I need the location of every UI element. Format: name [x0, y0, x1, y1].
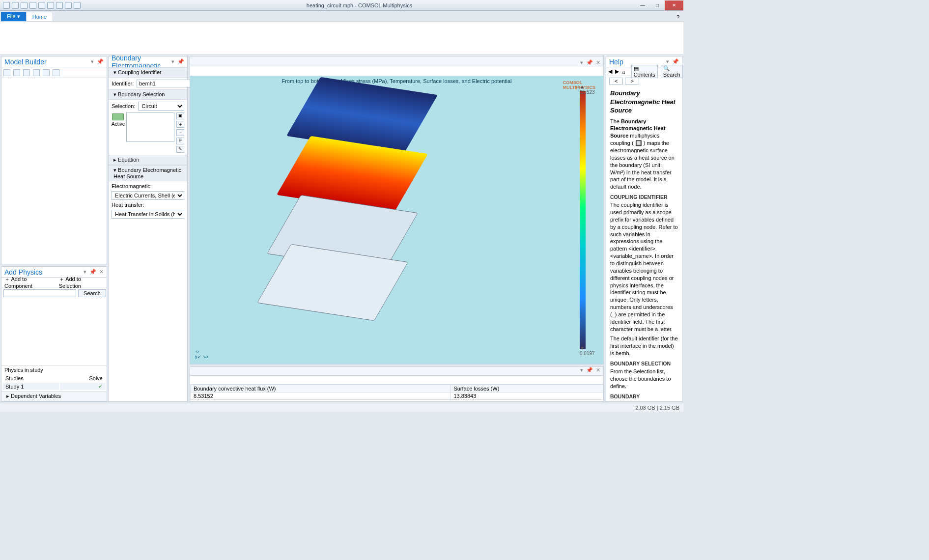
help-home-icon[interactable]: ⌂: [622, 69, 625, 75]
ap-close-icon[interactable]: ✕: [99, 269, 104, 275]
help-h3-bemh: BOUNDARY ELECTROMAGNETIC HEAT SOURCE: [610, 393, 678, 401]
settings-pin-icon[interactable]: ▾: [171, 58, 174, 65]
selection-label: Selection:: [112, 103, 135, 109]
help-close-icon[interactable]: 📌: [672, 58, 679, 65]
results-table[interactable]: Boundary convective heat flux (W)Surface…: [190, 385, 603, 400]
qat-undo-icon[interactable]: [29, 2, 36, 9]
ribbon-tabstrip: File ▾ Home ?: [0, 11, 683, 22]
qat-new-icon[interactable]: [3, 2, 10, 9]
file-menu-button[interactable]: File ▾: [1, 12, 26, 21]
axes-triad-icon: ↑zy↙ ↘y z xx: [195, 349, 209, 359]
help-h3-coupling: COUPLING IDENTIFIER: [610, 194, 678, 200]
msg-pin-icon[interactable]: ▾: [580, 367, 583, 375]
msg-unpin-icon[interactable]: 📌: [586, 367, 593, 375]
statusbar: 2.03 GB | 2.15 GB: [0, 403, 683, 412]
gfx-close-icon[interactable]: ✕: [596, 59, 600, 66]
minimize-button[interactable]: —: [635, 0, 650, 10]
add-physics-search-button[interactable]: Search: [78, 289, 106, 297]
messages-panel: ▾📌✕ Boundary convective heat flux (W)Sur…: [190, 366, 604, 402]
studies-header: Studies: [2, 375, 59, 382]
help-back-icon[interactable]: ◀: [608, 68, 612, 75]
table-col-2[interactable]: Surface losses (W): [450, 385, 603, 392]
qat-copy-icon[interactable]: [47, 2, 54, 9]
ribbon-help-icon[interactable]: ?: [673, 13, 683, 21]
bemh-source-section[interactable]: ▾ Boundary Electromagnetic Heat Source: [109, 165, 187, 181]
qat-paste-icon[interactable]: [56, 2, 63, 9]
model-tree[interactable]: [1, 78, 107, 264]
sel-copy-icon[interactable]: ⎘: [176, 138, 184, 144]
qat-open-icon[interactable]: [12, 2, 19, 9]
add-physics-title: Add Physics: [4, 268, 84, 276]
boundary-list[interactable]: [126, 112, 174, 142]
titlebar: heating_circuit.mph - COMSOL Multiphysic…: [0, 0, 683, 11]
mb-show-icon[interactable]: [23, 69, 30, 76]
ribbon-tab-home[interactable]: Home: [26, 12, 53, 21]
active-toggle[interactable]: [112, 113, 124, 120]
gfx-menu-icon[interactable]: ▾: [580, 59, 583, 66]
ap-unpin-icon[interactable]: 📌: [89, 269, 96, 275]
msg-close-icon[interactable]: ✕: [596, 367, 600, 375]
add-to-selection-button[interactable]: ＋ Add to Selection: [59, 276, 104, 289]
electromagnetic-dropdown[interactable]: Electric Currents, Shell (ecs): [112, 191, 184, 200]
plot-plates: [220, 86, 564, 354]
gfx-pin-icon[interactable]: 📌: [586, 59, 593, 66]
close-button[interactable]: ✕: [665, 0, 683, 10]
help-panel: Help ▾📌 ◀ ▶ ⌂ ▤ Contents 🔍 Search ▤ Topi…: [606, 56, 682, 402]
mb-collapse-icon[interactable]: [33, 69, 40, 76]
help-next-button[interactable]: >: [625, 78, 639, 84]
help-pin-icon[interactable]: ▾: [666, 58, 669, 65]
sel-add-icon[interactable]: ＋: [176, 121, 184, 128]
panel-close-icon[interactable]: 📌: [97, 58, 104, 65]
plot-title: From top to bottom: von Mises stress (MP…: [190, 76, 603, 86]
sel-activate-icon[interactable]: ▣: [176, 112, 184, 119]
help-fwd-icon[interactable]: ▶: [615, 68, 619, 75]
add-physics-search-input[interactable]: [3, 289, 76, 297]
mb-filter-icon[interactable]: [53, 69, 59, 76]
mb-expand-icon[interactable]: [43, 69, 50, 76]
coupling-identifier-section[interactable]: ▾ Coupling Identifier: [109, 67, 187, 78]
model-builder-toolbar: [1, 67, 107, 78]
help-prev-button[interactable]: <: [609, 78, 623, 84]
messages-tabstrip: ▾📌✕: [190, 367, 603, 376]
colorbar-gradient: [580, 91, 586, 349]
help-heading: Boundary Electromagnetic Heat Source: [610, 89, 678, 115]
heat-transfer-label: Heat transfer:: [112, 202, 184, 208]
status-memory: 2.03 GB | 2.15 GB: [635, 405, 679, 411]
mb-fwd-icon[interactable]: [13, 69, 20, 76]
dependent-variables-section[interactable]: ▸ Dependent Variables: [1, 391, 107, 401]
physics-category-tree[interactable]: [1, 299, 107, 365]
help-content[interactable]: Boundary Electromagnetic Heat Source The…: [606, 86, 682, 401]
qat-redo-icon[interactable]: [38, 2, 45, 9]
graphics-toolbar: [190, 66, 603, 76]
study-row-label[interactable]: Study 1: [2, 383, 59, 390]
mb-back-icon[interactable]: [3, 69, 10, 76]
qat-more-icon[interactable]: [74, 2, 81, 9]
boundary-selection-section[interactable]: ▾ Boundary Selection: [109, 89, 187, 100]
heat-transfer-dropdown[interactable]: Heat Transfer in Solids (ht): [112, 210, 184, 219]
equation-section[interactable]: ▸ Equation: [109, 155, 187, 165]
maximize-button[interactable]: □: [650, 0, 665, 10]
model-builder-panel: Model Builder ▾📌: [1, 56, 107, 264]
colorbar: ▲ 15.523 ▼ 0.0197: [580, 91, 597, 349]
help-h3-boundary: BOUNDARY SELECTION: [610, 360, 678, 367]
settings-panel: Boundary Electromagnetic... ▾📌 ▾ Couplin…: [108, 56, 188, 402]
help-para-2: The coupling identifier is used primaril…: [610, 201, 678, 333]
table-col-1[interactable]: Boundary convective heat flux (W): [191, 385, 450, 392]
sel-remove-icon[interactable]: －: [176, 129, 184, 136]
table-cell-1[interactable]: 8.53152: [191, 392, 450, 400]
window-title: heating_circuit.mph - COMSOL Multiphysic…: [84, 2, 635, 8]
qat-save-icon[interactable]: [21, 2, 28, 9]
ap-pin-icon[interactable]: ▾: [84, 269, 86, 275]
settings-close-icon[interactable]: 📌: [177, 58, 184, 65]
table-toolbar: [190, 376, 603, 385]
solve-checkmark-icon[interactable]: ✓: [60, 383, 106, 390]
graphics-panel: ▾📌✕ From top to bottom: von Mises stress…: [190, 56, 604, 364]
selection-dropdown[interactable]: Circuit: [138, 102, 184, 111]
qat-delete-icon[interactable]: [65, 2, 72, 9]
physics-in-study-label: Physics in study: [1, 366, 107, 374]
sel-paste-icon[interactable]: ✎: [176, 146, 184, 153]
table-cell-2[interactable]: 13.83843: [450, 392, 603, 400]
add-to-component-button[interactable]: ＋ Add to Component: [4, 276, 55, 289]
panel-pin-icon[interactable]: ▾: [91, 58, 94, 65]
graphics-canvas[interactable]: From top to bottom: von Mises stress (MP…: [190, 76, 603, 364]
